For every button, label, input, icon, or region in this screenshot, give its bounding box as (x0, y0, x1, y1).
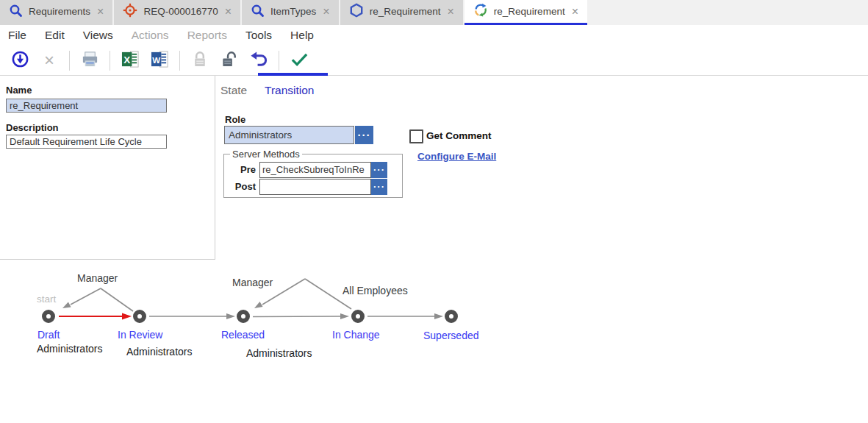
pre-method-picker-button[interactable]: ··· (371, 162, 387, 178)
transition-role-label: All Employees (342, 285, 408, 296)
menu-file[interactable]: File (8, 29, 26, 42)
arrowhead-icon (122, 313, 132, 320)
target-icon (123, 3, 137, 20)
tab-label: REQ-000016770 (143, 6, 218, 17)
lock-open-icon (220, 50, 239, 71)
state-node-draft[interactable] (44, 312, 53, 321)
get-comment-checkbox[interactable] (409, 129, 423, 143)
word-icon: W (151, 50, 169, 71)
menu-edit[interactable]: Edit (45, 29, 65, 42)
tab-req-item[interactable]: REQ-000016770 × (114, 0, 240, 25)
close-icon: × (44, 51, 54, 69)
tab-label: ItemTypes (270, 6, 316, 17)
pre-method-row: Pre ··· (224, 161, 402, 178)
close-icon[interactable]: × (97, 6, 104, 18)
role-field-row: ··· (224, 126, 373, 144)
arrowhead-icon (340, 313, 349, 319)
pre-label: Pre (224, 164, 259, 175)
export-word-button[interactable]: W (149, 49, 170, 71)
post-method-field[interactable] (259, 179, 371, 195)
menu-tools[interactable]: Tools (245, 29, 272, 42)
post-method-picker-button[interactable]: ··· (371, 179, 387, 195)
name-field[interactable] (6, 99, 167, 113)
search-icon (9, 4, 23, 20)
active-tab-indicator (258, 73, 328, 76)
toolbar-separator (179, 51, 180, 71)
tab-requirements[interactable]: Requirements × (0, 0, 112, 25)
state-node-released[interactable] (239, 312, 248, 321)
transition-role-label: Administrators (246, 347, 312, 359)
tab-bar: Requirements × REQ-000016770 × ItemTypes… (0, 0, 868, 25)
toolbar: × X W (0, 46, 868, 76)
lock-button (190, 49, 210, 71)
check-icon (290, 50, 309, 71)
undo-icon (250, 50, 268, 71)
search-icon (251, 4, 265, 20)
close-icon[interactable]: × (448, 6, 454, 18)
export-excel-button[interactable]: X (120, 49, 140, 71)
menu-help[interactable]: Help (290, 29, 314, 42)
get-comment-label: Get Comment (426, 130, 492, 141)
description-label: Description (6, 122, 59, 133)
tab-label: Requirements (29, 6, 90, 17)
apply-button[interactable] (289, 49, 309, 71)
toolbar-separator (69, 51, 70, 71)
transition-detail-panel: State Transition Role ··· Get Comment Se… (216, 76, 867, 260)
state-label-inchange: In Change (332, 329, 380, 341)
ellipsis-icon: ··· (358, 129, 371, 141)
role-picker-button[interactable]: ··· (355, 126, 373, 144)
post-method-row: Post ··· (224, 178, 402, 195)
state-node-superseded[interactable] (447, 312, 456, 321)
description-field[interactable] (6, 135, 167, 149)
state-node-inchange[interactable] (354, 312, 362, 321)
application-window: Requirements × REQ-000016770 × ItemTypes… (0, 0, 868, 423)
state-label-superseded: Superseded (423, 330, 479, 341)
tab-itemtypes[interactable]: ItemTypes × (242, 0, 339, 25)
save-button[interactable] (10, 49, 30, 71)
tab-lifecycle-re-requirement[interactable]: re_Requirement × (465, 0, 587, 25)
print-button[interactable] (79, 49, 100, 71)
transition-role-label: Administrators (37, 343, 102, 355)
transition-inreview-draft[interactable] (71, 288, 101, 305)
arrowhead-icon (62, 302, 71, 308)
tab-state[interactable]: State (220, 84, 247, 97)
transition-role-label: Administrators (126, 346, 192, 358)
arrowhead-icon (434, 313, 443, 319)
role-field[interactable] (224, 126, 354, 144)
svg-text:W: W (152, 55, 160, 64)
close-icon[interactable]: × (225, 6, 232, 18)
ellipsis-icon: ··· (373, 181, 385, 192)
tab-label: re_Requirement (494, 6, 565, 17)
printer-icon (81, 50, 99, 71)
ellipsis-icon: ··· (373, 164, 385, 175)
configure-email-link[interactable]: Configure E-Mail (417, 151, 496, 162)
transition-released-inchange[interactable] (253, 316, 340, 317)
toolbar-separator (279, 51, 279, 71)
server-methods-group: Server Methods Pre ··· Post ··· (223, 154, 403, 198)
menu-actions: Actions (132, 29, 169, 42)
lifecycle-form-panel: Name Description (0, 76, 215, 260)
server-methods-legend: Server Methods (230, 149, 302, 160)
close-icon[interactable]: × (572, 6, 578, 18)
close-icon[interactable]: × (323, 6, 329, 18)
role-label: Role (225, 114, 245, 125)
state-node-inreview[interactable] (135, 312, 144, 321)
start-label: start (37, 294, 56, 305)
lifecycle-icon (473, 3, 488, 20)
tab-label: re_Requirement (370, 6, 441, 17)
menu-bar: File Edit Views Actions Reports Tools He… (0, 25, 868, 46)
menu-views[interactable]: Views (83, 29, 113, 42)
name-label: Name (6, 85, 32, 96)
save-icon (11, 50, 29, 71)
tab-itemtype-re-requirement[interactable]: re_Requirement × (340, 0, 463, 25)
cancel-button: × (39, 49, 60, 71)
transition-role-label: Manager (77, 272, 118, 284)
transition-inreview-draft[interactable] (101, 288, 133, 311)
pre-method-field[interactable] (259, 162, 371, 178)
toolbar-separator (110, 51, 110, 71)
svg-text:X: X (123, 54, 130, 65)
unlock-button[interactable] (219, 49, 240, 71)
tab-transition[interactable]: Transition (265, 84, 314, 97)
undo-button[interactable] (248, 49, 269, 71)
excel-icon: X (121, 50, 140, 71)
